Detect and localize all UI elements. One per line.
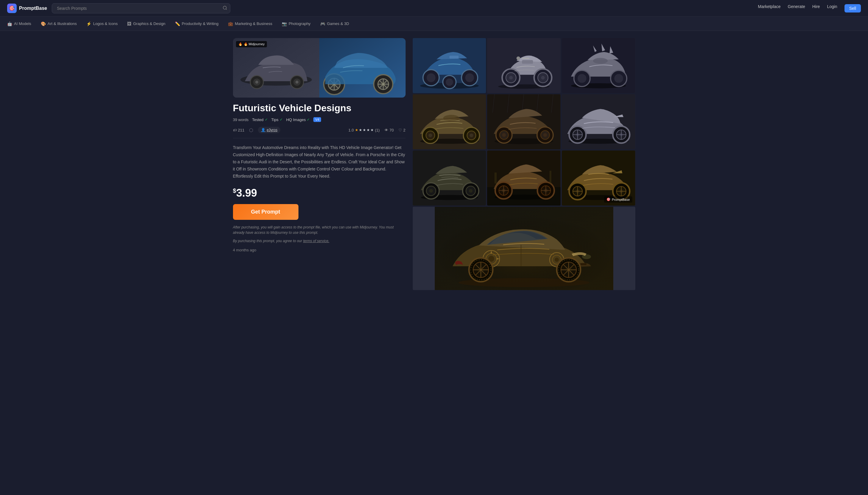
hq-images-badge: HQ Images ✓ [286, 118, 310, 122]
author-name: e3yros [267, 128, 277, 132]
author-avatar-icon: 👤 [261, 128, 266, 132]
product-title: Futuristic Vehicle Designs [233, 102, 406, 114]
product-stats: 🏷 211 ⬡ 👤 e3yros 1.0 ★ ★ ★ ★ ★ [233, 127, 406, 138]
subnav-marketing[interactable]: 💼 Marketing & Business [228, 20, 272, 27]
svg-point-50 [614, 74, 623, 83]
word-count: 39 words [233, 118, 249, 122]
gallery-item-2[interactable] [487, 38, 561, 93]
tag-icon: 🏷 [233, 128, 237, 132]
svg-point-129 [555, 258, 559, 262]
svg-line-1 [226, 8, 227, 10]
productivity-icon: ✏️ [175, 21, 180, 26]
nav-generate[interactable]: Generate [788, 4, 805, 13]
gallery-large-image[interactable] [413, 207, 635, 290]
subnav-productivity[interactable]: ✏️ Productivity & Writing [175, 20, 218, 27]
search-input[interactable] [52, 3, 230, 13]
star-rating: ★ ★ ★ ★ ★ [355, 128, 374, 132]
subnav-photography[interactable]: 📷 Photography [282, 20, 311, 27]
author-chip[interactable]: 👤 e3yros [258, 127, 280, 133]
tag-count-value: 211 [238, 128, 244, 132]
gallery-svg-4 [413, 94, 486, 149]
price-value: 3.99 [236, 187, 257, 199]
hero-image: 🔥 🔥 Midjourney [233, 38, 406, 98]
fire-icon: 🔥 [238, 42, 242, 46]
svg-point-43 [541, 76, 545, 80]
graphics-icon: 🖼 [127, 21, 131, 26]
svg-point-40 [509, 76, 513, 80]
gallery-svg-5 [487, 94, 561, 149]
gallery-item-4[interactable] [413, 94, 486, 149]
nav-login[interactable]: Login [827, 4, 837, 13]
logo-link[interactable]: 🎯 PromptBase [7, 3, 47, 13]
gallery-large-svg [413, 207, 635, 290]
subnav-art-label: Art & Illustrations [48, 21, 77, 26]
search-button[interactable] [223, 5, 227, 11]
views-icon: 👁 [385, 128, 388, 132]
gallery-item-1[interactable] [413, 38, 486, 93]
star-4: ★ [367, 128, 370, 132]
gallery-svg-3 [562, 38, 635, 93]
rating-value: 1.0 [348, 128, 354, 132]
midjourney-badge: 🔥 🔥 Midjourney [236, 41, 267, 47]
gallery-watermark: 🎯 PromptBase [604, 197, 632, 203]
subnav-logos-label: Logos & Icons [93, 21, 118, 26]
badge-text: 🔥 Midjourney [244, 42, 265, 46]
nav-marketplace[interactable]: Marketplace [758, 4, 781, 13]
get-prompt-button[interactable]: Get Prompt [233, 204, 299, 220]
purchase-disclaimer: After purchasing, you will gain access t… [233, 225, 406, 235]
gallery-item-9[interactable]: 🎯 PromptBase [562, 151, 635, 206]
svg-point-51 [593, 58, 608, 64]
svg-point-30 [465, 73, 474, 82]
likes-value: 2 [403, 128, 405, 132]
subnav-games-3d[interactable]: 🎮 Games & 3D [320, 20, 349, 27]
svg-point-37 [516, 56, 520, 60]
gallery-svg-2 [487, 38, 561, 93]
svg-point-32 [445, 79, 453, 86]
svg-point-0 [223, 6, 226, 9]
svg-point-70 [502, 133, 506, 137]
subnav-ai-models-label: AI Models [14, 21, 31, 26]
subnav-art-illustrations[interactable]: 🎨 Art & Illustrations [41, 20, 77, 27]
subnav-graphics-design[interactable]: 🖼 Graphics & Design [127, 20, 165, 27]
gallery-item-8[interactable] [487, 151, 561, 206]
gallery-svg-7 [413, 151, 486, 206]
tips-check-icon: ✓ [280, 118, 283, 122]
gallery-item-5[interactable] [487, 94, 561, 149]
gallery-item-6[interactable] [562, 94, 635, 149]
subnav-games-label: Games & 3D [327, 21, 349, 26]
star-3: ★ [363, 128, 366, 132]
svg-point-90 [429, 189, 433, 192]
subnav: 🤖 AI Models 🎨 Art & Illustrations ⚡ Logo… [0, 17, 868, 31]
subnav-productivity-label: Productivity & Writing [182, 21, 218, 26]
subnav-ai-models[interactable]: 🤖 AI Models [7, 20, 31, 27]
tos-link[interactable]: terms of service. [303, 239, 329, 243]
hq-check-icon: ✓ [307, 118, 310, 122]
ai-models-icon: 🤖 [7, 21, 12, 26]
gallery-item-7[interactable] [413, 151, 486, 206]
svg-point-56 [428, 134, 432, 137]
svg-point-148 [582, 254, 591, 259]
header: 🎯 PromptBase Marketplace Generate Hire L… [0, 0, 868, 17]
svg-rect-107 [495, 173, 497, 184]
tested-badge: Tested ✓ [252, 118, 268, 122]
subnav-logos-icons[interactable]: ⚡ Logos & Icons [86, 20, 118, 27]
marketing-icon: 💼 [228, 21, 233, 26]
svg-rect-33 [449, 56, 459, 58]
svg-point-59 [470, 134, 473, 137]
tested-check-icon: ✓ [265, 118, 268, 122]
nav-hire[interactable]: Hire [812, 4, 820, 13]
star-2: ★ [359, 128, 362, 132]
left-panel: 🔥 🔥 Midjourney [233, 38, 406, 290]
views-count: 👁 70 [385, 128, 394, 132]
timestamp: 4 months ago [233, 248, 406, 252]
svg-point-28 [426, 73, 435, 82]
art-icon: 🎨 [41, 21, 46, 26]
svg-point-48 [578, 74, 586, 83]
gallery-item-3[interactable] [562, 38, 635, 93]
main-content: 🔥 🔥 Midjourney [226, 31, 643, 297]
watermark-icon: 🎯 [607, 198, 611, 201]
tips-label: Tips [271, 118, 278, 122]
nav-sell[interactable]: Sell [845, 4, 861, 13]
product-meta: 39 words Tested ✓ Tips ✓ HQ Images ✓ V4 [233, 117, 406, 122]
v4-badge: V4 [313, 117, 321, 122]
